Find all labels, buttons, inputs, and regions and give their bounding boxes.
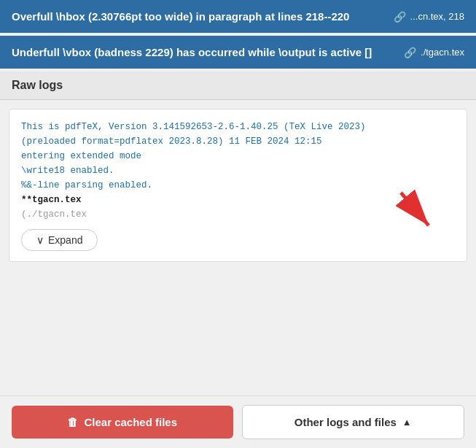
- log-content: This is pdfTeX, Version 3.141592653-2.6-…: [21, 120, 455, 222]
- expand-btn-container: ∨ Expand: [21, 229, 455, 251]
- log-line-6: (./tgacn.tex: [21, 207, 455, 222]
- bottom-bar: 🗑 Clear cached files Other logs and file…: [0, 395, 476, 448]
- raw-logs-header: Raw logs: [0, 72, 476, 100]
- warning-banner-2: Underfull \vbox (badness 2229) has occur…: [0, 36, 476, 69]
- link-icon-1: 🔗: [394, 11, 406, 23]
- warning-link-1[interactable]: 🔗 ...cn.tex, 218: [394, 11, 464, 23]
- main-container: Overfull \hbox (2.30766pt too wide) in p…: [0, 0, 476, 262]
- chevron-up-icon: ▲: [402, 417, 412, 428]
- other-logs-label: Other logs and files: [294, 416, 397, 428]
- warning-text-2: Underfull \vbox (badness 2229) has occur…: [12, 45, 395, 60]
- log-line-5: **tgacn.tex: [21, 193, 455, 207]
- expand-label: Expand: [48, 234, 82, 246]
- warning-link-label-2: ./tgacn.tex: [421, 47, 464, 58]
- log-line-4: %&-line parsing enabled.: [21, 178, 455, 193]
- other-logs-button[interactable]: Other logs and files ▲: [242, 405, 465, 439]
- clear-cached-label: Clear cached files: [84, 416, 177, 428]
- expand-chevron: ∨: [36, 234, 44, 246]
- warning-link-label-1: ...cn.tex, 218: [410, 11, 464, 22]
- log-line-1: (preloaded format=pdflatex 2023.8.28) 11…: [21, 134, 455, 149]
- clear-cached-files-button[interactable]: 🗑 Clear cached files: [12, 406, 233, 439]
- log-line-3: \write18 enabled.: [21, 163, 455, 178]
- svg-line-1: [401, 193, 429, 225]
- link-icon-2: 🔗: [404, 47, 416, 58]
- warning-banner-1: Overfull \hbox (2.30766pt too wide) in p…: [0, 0, 476, 33]
- warning-text-1: Overfull \hbox (2.30766pt too wide) in p…: [12, 9, 385, 24]
- raw-logs-body: This is pdfTeX, Version 3.141592653-2.6-…: [9, 109, 467, 262]
- expand-button[interactable]: ∨ Expand: [21, 229, 98, 251]
- log-line-2: entering extended mode: [21, 149, 455, 163]
- arrow-svg: [394, 185, 437, 236]
- trash-icon: 🗑: [67, 416, 78, 428]
- raw-logs-title: Raw logs: [12, 79, 63, 91]
- arrow-indicator: [394, 185, 437, 239]
- warning-link-2[interactable]: 🔗 ./tgacn.tex: [404, 47, 464, 58]
- log-line-0: This is pdfTeX, Version 3.141592653-2.6-…: [21, 120, 455, 134]
